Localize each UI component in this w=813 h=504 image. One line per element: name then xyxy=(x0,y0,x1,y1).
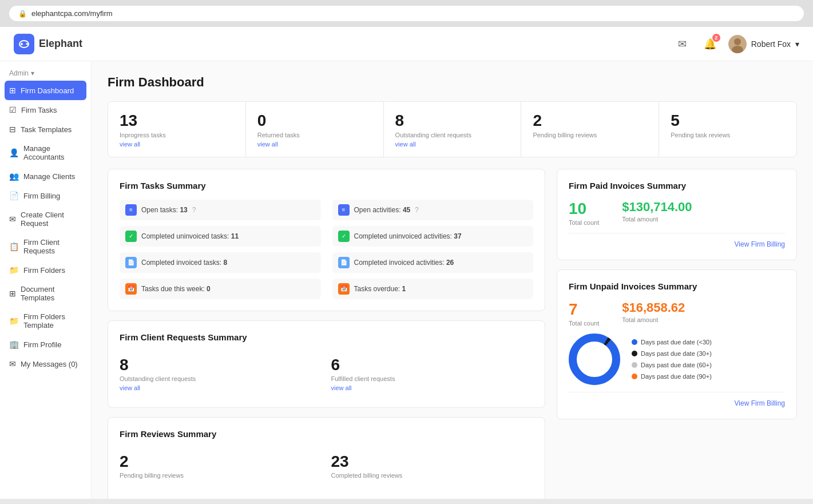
profile-icon: 🏢 xyxy=(9,340,19,349)
legend-item-30plus: Days past due date (30+) xyxy=(632,350,712,357)
legend-label: Days past due date (60+) xyxy=(641,362,712,368)
address-bar[interactable]: 🔒 elephantcpa.com/myfirm xyxy=(9,6,804,21)
task-label: Tasks due this week: 0 xyxy=(141,285,211,293)
reviews-title: Firm Reviews Summary xyxy=(120,429,533,439)
sidebar-item-label: Firm Billing xyxy=(23,192,60,200)
stat-label: Outstanding client requests xyxy=(395,132,510,138)
sidebar-item-firm-dashboard[interactable]: ⊞ Firm Dashboard xyxy=(5,81,86,100)
reviews-summary-card: Firm Reviews Summary 2 Pending billing r… xyxy=(108,417,545,499)
cr-grid: 8 Outstanding client requests view all 6… xyxy=(120,351,533,396)
task-row-completed-invoiced-tasks: 📄 Completed invoiced tasks: 8 xyxy=(120,252,321,273)
task-count: 37 xyxy=(454,232,461,240)
browser-chrome: 🔒 elephantcpa.com/myfirm xyxy=(0,0,813,27)
sidebar-item-task-templates[interactable]: ⊟ Task Templates xyxy=(0,120,91,139)
review-number: 2 xyxy=(120,453,322,471)
task-label: Completed uninvoiced activities: 37 xyxy=(354,232,462,240)
sidebar-item-label: Task Templates xyxy=(21,125,72,134)
sidebar-item-firm-client-requests[interactable]: 📋 Firm Client Requests xyxy=(0,233,91,260)
cr-item-outstanding: 8 Outstanding client requests view all xyxy=(120,351,322,396)
stat-view-all-link[interactable]: view all xyxy=(120,141,234,148)
stat-pending-task-reviews: 5 Pending task reviews xyxy=(659,102,796,157)
legend-item-60plus: Days past due date (60+) xyxy=(632,362,712,368)
sidebar-item-firm-folders[interactable]: 📁 Firm Folders xyxy=(0,260,91,280)
dashboard-icon: ⊞ xyxy=(9,86,16,95)
unpaid-invoices-title: Firm Unpaid Invoices Summary xyxy=(569,281,785,291)
tasks-icon: ☑ xyxy=(9,105,17,114)
sidebar-item-firm-folders-template[interactable]: 📁 Firm Folders Template xyxy=(0,307,91,335)
legend-dot xyxy=(632,339,637,345)
sidebar-item-label: Firm Dashboard xyxy=(21,86,74,95)
legend-item-90plus: Days past due date (90+) xyxy=(632,373,712,380)
svg-point-3 xyxy=(734,38,741,45)
sidebar-item-label: Firm Folders xyxy=(23,266,65,275)
unpaid-invoices-stats: 7 Total count $16,858.62 Total amount xyxy=(569,300,785,327)
donut-section: Days past due date (<30) Days past due d… xyxy=(569,334,785,385)
unpaid-count-label: Total count xyxy=(569,320,599,327)
app-shell: Elephant ✉ 🔔 2 Robert Fox ▾ xyxy=(0,27,813,499)
task-label: Completed invoiced activities: 26 xyxy=(354,259,454,267)
paid-amount: $130,714.00 xyxy=(622,200,692,215)
help-icon[interactable]: ? xyxy=(192,206,196,214)
task-label: Tasks overdue: 1 xyxy=(354,285,406,293)
legend-dot xyxy=(632,374,637,379)
unpaid-amount-label: Total amount xyxy=(622,316,685,323)
view-unpaid-invoices-link[interactable]: View Firm Billing xyxy=(569,399,785,407)
review-number: 5 xyxy=(120,497,322,499)
stat-number: 5 xyxy=(671,111,785,130)
sidebar-item-firm-profile[interactable]: 🏢 Firm Profile xyxy=(0,335,91,354)
task-label: Completed invoiced tasks: 8 xyxy=(141,259,227,267)
notifications-button[interactable]: 🔔 2 xyxy=(701,35,719,53)
sidebar-item-firm-billing[interactable]: 📄 Firm Billing xyxy=(0,186,91,205)
task-label: Open activities: 45 xyxy=(354,206,411,214)
paid-count-block: 10 Total count xyxy=(569,200,599,226)
completed-invoiced-tasks-icon: 📄 xyxy=(125,257,137,268)
stat-label: Returned tasks xyxy=(257,132,372,138)
left-column: Firm Tasks Summary ≡ Open tasks: 13 ? ≡ xyxy=(108,169,545,499)
cr-label: Fulfilled client requests xyxy=(331,375,534,382)
tasks-summary-card: Firm Tasks Summary ≡ Open tasks: 13 ? ≡ xyxy=(108,169,545,311)
stat-label: Inprogress tasks xyxy=(120,132,234,138)
sidebar-item-label: Firm Folders Template xyxy=(23,312,82,330)
help-icon[interactable]: ? xyxy=(415,206,419,214)
clients-icon: 👥 xyxy=(9,172,19,181)
task-label: Open tasks: 13 xyxy=(141,206,188,214)
stat-number: 2 xyxy=(533,111,647,130)
view-paid-invoices-link[interactable]: View Firm Billing xyxy=(569,240,785,248)
stat-number: 8 xyxy=(395,111,510,130)
paid-amount-block: $130,714.00 Total amount xyxy=(622,200,692,226)
stats-row: 13 Inprogress tasks view all 0 Returned … xyxy=(108,101,797,157)
cr-number: 6 xyxy=(331,356,534,374)
cr-item-fulfilled: 6 Fulfilled client requests view all xyxy=(331,351,534,396)
review-pending-task: 5 Pending task reviews xyxy=(120,493,322,499)
page-title: Firm Dashboard xyxy=(108,75,797,90)
sidebar-item-create-client-request[interactable]: ✉ Create Client Request xyxy=(0,205,91,233)
logo-icon xyxy=(14,34,34,54)
folders-icon: 📁 xyxy=(9,265,19,275)
sidebar-item-label: Manage Accountants xyxy=(23,144,82,161)
sidebar-item-manage-accountants[interactable]: 👤 Manage Accountants xyxy=(0,139,91,166)
reviews-grid: 2 Pending billing reviews 23 Completed b… xyxy=(120,448,533,499)
task-row-completed-uninvoiced-tasks: ✓ Completed uninvoiced tasks: 11 xyxy=(120,226,321,247)
folders-template-icon: 📁 xyxy=(9,316,19,326)
task-row-tasks-overdue: 📅 Tasks overdue: 1 xyxy=(332,279,534,299)
sidebar-item-manage-clients[interactable]: 👥 Manage Clients xyxy=(0,166,91,186)
stat-view-all-link[interactable]: view all xyxy=(395,141,510,148)
stat-returned-tasks: 0 Returned tasks view all xyxy=(246,102,384,157)
task-count: 1 xyxy=(402,285,406,293)
sidebar-item-firm-tasks[interactable]: ☑ Firm Tasks xyxy=(0,100,91,120)
stat-view-all-link[interactable]: view all xyxy=(257,141,372,148)
sidebar-item-label: Firm Tasks xyxy=(21,106,57,114)
sidebar-item-my-messages[interactable]: ✉ My Messages (0) xyxy=(0,354,91,374)
completed-uninvoiced-tasks-icon: ✓ xyxy=(125,231,137,242)
two-col-layout: Firm Tasks Summary ≡ Open tasks: 13 ? ≡ xyxy=(108,169,797,499)
user-menu[interactable]: Robert Fox ▾ xyxy=(728,35,799,53)
review-number: 22 xyxy=(331,497,534,499)
sidebar-item-document-templates[interactable]: ⊞ Document Templates xyxy=(0,280,91,307)
svg-point-5 xyxy=(573,338,616,381)
cr-view-all-link[interactable]: view all xyxy=(331,384,534,391)
task-row-open-tasks: ≡ Open tasks: 13 ? xyxy=(120,200,321,220)
task-row-completed-uninvoiced-activities: ✓ Completed uninvoiced activities: 37 xyxy=(332,226,534,247)
client-requests-title: Firm Client Requests Summary xyxy=(120,332,533,342)
messages-button[interactable]: ✉ xyxy=(673,35,692,53)
cr-view-all-link[interactable]: view all xyxy=(120,384,322,391)
